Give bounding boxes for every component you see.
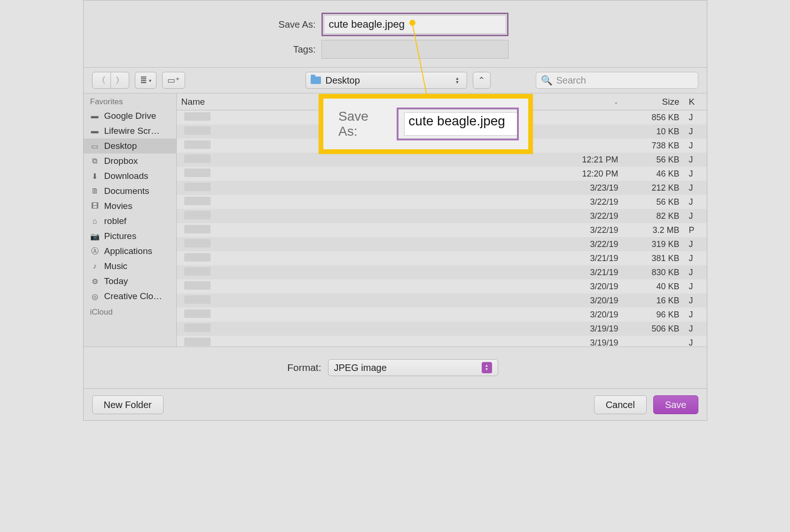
folder-icon (311, 77, 321, 84)
file-date: 3/21/19 (553, 254, 623, 263)
table-row[interactable]: 3/22/19319 KBJ (177, 237, 707, 251)
chevron-left-icon: 〈 (97, 75, 106, 86)
collapse-button[interactable]: ⌃ (473, 72, 491, 89)
file-date: 12:21 PM (553, 155, 623, 165)
save-button[interactable]: Save (653, 395, 698, 414)
search-field[interactable]: 🔍 Search (536, 72, 698, 89)
tags-input[interactable] (321, 40, 508, 59)
format-value: JPEG image (334, 362, 387, 373)
tags-label: Tags: (84, 44, 321, 55)
new-folder-icon-button[interactable]: ▭⁺ (162, 72, 185, 89)
new-folder-button[interactable]: New Folder (92, 395, 164, 414)
folder-icon: ▬ (90, 127, 100, 135)
file-size: 3.2 MB (623, 225, 684, 235)
search-icon: 🔍 (541, 75, 553, 86)
table-row[interactable]: 3/20/1940 KBJ (177, 279, 707, 293)
cancel-button[interactable]: Cancel (594, 395, 647, 414)
sidebar-item[interactable]: ⬇Downloads (84, 169, 176, 184)
location-select[interactable]: Desktop ▲▼ (305, 72, 467, 89)
sidebar-item[interactable]: ◎Creative Clo… (84, 289, 176, 304)
sidebar-item[interactable]: 🎞Movies (84, 199, 176, 214)
file-thumb (184, 140, 211, 149)
camera-icon: 📷 (90, 232, 100, 240)
file-thumb (184, 295, 211, 304)
file-kind: J (684, 211, 703, 221)
file-date: 3/21/19 (553, 268, 623, 278)
file-thumb (184, 197, 211, 205)
file-date: 3/23/19 (553, 183, 623, 193)
file-size: 856 KB (623, 113, 684, 123)
callout-anchor-dot (409, 20, 415, 26)
column-date[interactable]: ⌄ (553, 99, 623, 105)
column-size[interactable]: Size (623, 97, 684, 107)
sidebar-item-label: Documents (104, 186, 149, 196)
sidebar-item[interactable]: ▬Lifewire Scr… (84, 123, 176, 139)
file-kind: J (684, 254, 703, 263)
back-button[interactable]: 〈 (92, 72, 111, 89)
chevron-down-icon: ⌄ (614, 99, 618, 105)
table-row[interactable]: 3/20/1916 KBJ (177, 293, 707, 308)
column-kind[interactable]: K (684, 97, 703, 107)
table-row[interactable]: 3/22/1982 KBJ (177, 209, 707, 223)
sidebar-item[interactable]: ♪Music (84, 259, 176, 274)
sidebar-item[interactable]: ⒶApplications (84, 244, 176, 259)
file-thumb (184, 267, 211, 276)
table-row[interactable]: 3/19/19J (177, 336, 707, 347)
file-size: 82 KB (623, 211, 684, 221)
file-size: 381 KB (623, 254, 684, 263)
chevron-up-icon: ⌃ (478, 75, 485, 85)
updown-icon: ▲▼ (482, 362, 492, 373)
sidebar-item-label: Google Drive (104, 111, 156, 121)
file-kind: J (684, 141, 703, 151)
file-size: 56 KB (623, 197, 684, 207)
sidebar-item[interactable]: ⧉Dropbox (84, 154, 176, 169)
table-row[interactable]: 3/21/19381 KBJ (177, 251, 707, 265)
download-icon: ⬇ (90, 172, 100, 180)
nav-buttons: 〈 〉 (92, 72, 129, 89)
file-date: 3/22/19 (553, 225, 623, 235)
file-size: 40 KB (623, 282, 684, 292)
table-row[interactable]: 3/20/1996 KBJ (177, 308, 707, 322)
forward-button[interactable]: 〉 (111, 72, 129, 89)
file-size: 319 KB (623, 239, 684, 249)
sidebar-item[interactable]: ▬Google Drive (84, 108, 176, 123)
table-row[interactable]: 3/21/19830 KBJ (177, 265, 707, 279)
table-row[interactable]: 3/19/19506 KBJ (177, 322, 707, 336)
file-kind: J (684, 282, 703, 292)
file-thumb (184, 281, 211, 290)
sidebar-item-label: Creative Clo… (104, 291, 163, 301)
file-thumb (184, 324, 211, 332)
updown-icon: ▲▼ (455, 77, 462, 84)
view-mode-button[interactable]: ≣ ▾ (135, 72, 156, 89)
table-row[interactable]: 3/23/19212 KBJ (177, 181, 707, 195)
save-as-label: Save As: (84, 19, 321, 30)
list-icon: ≣ (140, 75, 147, 85)
file-thumb (184, 169, 211, 177)
cc-icon: ◎ (90, 292, 100, 301)
sidebar-item-label: Lifewire Scr… (104, 126, 160, 136)
home-icon: ⌂ (90, 217, 100, 225)
file-size: 506 KB (623, 324, 684, 334)
file-size: 96 KB (623, 310, 684, 320)
table-row[interactable]: 3/22/1956 KBJ (177, 195, 707, 209)
file-kind: J (684, 155, 703, 165)
sidebar-item[interactable]: 📷Pictures (84, 229, 176, 244)
file-thumb (184, 309, 211, 318)
file-thumb (184, 239, 211, 247)
file-size: 830 KB (623, 268, 684, 278)
sidebar-item-label: Applications (104, 246, 152, 256)
table-row[interactable]: 12:20 PM46 KBJ (177, 167, 707, 181)
sidebar-item-label: Dropbox (104, 156, 138, 166)
sidebar-item[interactable]: ⌂roblef (84, 214, 176, 229)
sidebar-item[interactable]: 🗎Documents (84, 184, 176, 199)
file-kind: J (684, 324, 703, 334)
chevron-right-icon: 〉 (116, 75, 124, 86)
file-thumb (184, 211, 211, 219)
sidebar-item[interactable]: ▭Desktop (84, 139, 176, 154)
format-select[interactable]: JPEG image ▲▼ (328, 359, 498, 376)
file-kind: J (684, 338, 703, 347)
table-row[interactable]: 12:21 PM56 KBJ (177, 153, 707, 167)
table-row[interactable]: 3/22/193.2 MBP (177, 223, 707, 237)
sidebar-item[interactable]: ⚙Today (84, 274, 176, 289)
folder-icon: ▬ (90, 112, 100, 120)
